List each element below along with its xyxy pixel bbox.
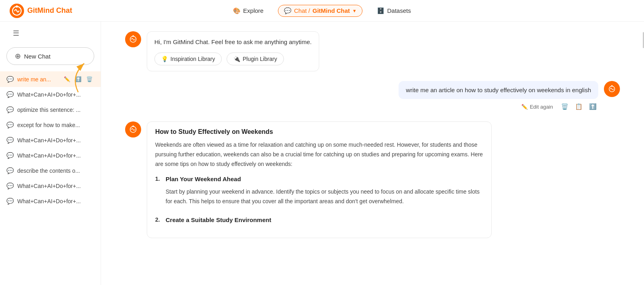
list-item[interactable]: 💬 What+Can+AI+Do+for+... [0, 87, 101, 102]
explore-icon: 🎨 [233, 7, 241, 14]
chat-bubble-icon: 💬 [6, 91, 14, 98]
chat-bubble-icon: 💬 [6, 106, 14, 113]
bot-greeting-bubble: Hi, I'm GitMind Chat. Feel free to ask m… [147, 31, 319, 71]
inspiration-library-label: Inspiration Library [170, 56, 215, 62]
user-message-row: write me an article on how to study effe… [125, 81, 620, 112]
plus-icon: ⊕ [15, 52, 21, 61]
section-number: 1. [155, 174, 162, 212]
chat-bubble-icon: 💬 [6, 152, 14, 159]
sidebar-item-text: What+Can+AI+Do+for+... [17, 152, 94, 159]
bulb-icon: 💡 [161, 56, 168, 62]
section-body-1: Start by planning your weekend in advanc… [166, 187, 483, 206]
app-header: GitMind Chat 🎨 Explore 💬 Chat / GitMind … [0, 0, 644, 22]
chat-bubble-icon: 💬 [6, 76, 14, 83]
chat-icon: 💬 [284, 7, 292, 14]
edit-item-button[interactable]: ✏️ [62, 75, 72, 83]
edit-again-label: Edit again [530, 104, 553, 110]
edit-again-button[interactable]: ✏️ Edit again [518, 102, 556, 111]
new-chat-button[interactable]: ⊕ New Chat [6, 47, 94, 65]
user-message-bubble: write me an article on how to study effe… [399, 81, 598, 99]
chat-bubble-icon: 💬 [6, 182, 14, 190]
sidebar-item-text: optimize this sentence: ... [17, 107, 94, 113]
library-buttons: 💡 Inspiration Library 🔌 Plugin Library [154, 53, 312, 65]
plugin-library-button[interactable]: 🔌 Plugin Library [227, 53, 284, 65]
pencil-icon: ✏️ [521, 104, 528, 110]
response-title: How to Study Effectively on Weekends [155, 128, 483, 135]
chat-sub-label: GitMind Chat [312, 7, 350, 14]
response-section-1: 1. Plan Your Weekend Ahead Start by plan… [155, 174, 483, 212]
chat-bubble-icon: 💬 [6, 167, 14, 174]
sidebar-item-actions: ✏️ ⬆️ 🗑️ [62, 75, 94, 83]
user-avatar [604, 81, 620, 97]
list-item[interactable]: 💬 What+Can+AI+Do+for+... [0, 194, 101, 209]
chevron-down-icon: ▼ [352, 8, 357, 13]
copy-message-icon[interactable]: 📋 [573, 101, 584, 112]
section-heading-2: Create a Suitable Study Environment [166, 215, 271, 225]
response-intro: Weekends are often viewed as a time for … [155, 140, 483, 169]
svg-point-12 [132, 125, 134, 127]
delete-message-icon[interactable]: 🗑️ [559, 101, 570, 112]
list-item[interactable]: 💬 optimize this sentence: ... [0, 102, 101, 117]
share-message-icon[interactable]: ⬆️ [587, 101, 598, 112]
delete-item-button[interactable]: 🗑️ [85, 75, 94, 83]
list-item[interactable]: 💬 What+Can+AI+Do+for+... [0, 178, 101, 194]
section-number: 2. [155, 215, 162, 228]
bot-response-row: How to Study Effectively on Weekends Wee… [125, 121, 620, 238]
sidebar: ☰ ⊕ New Chat 💬 write me an... ✏️ ⬆️ 🗑️ [0, 22, 101, 285]
response-bubble: How to Study Effectively on Weekends Wee… [147, 121, 492, 238]
nav-datasets[interactable]: 🗄️ Datasets [372, 5, 415, 17]
chat-area: Hi, I'm GitMind Chat. Feel free to ask m… [101, 22, 644, 285]
sidebar-item-text: What+Can+AI+Do+for+... [17, 137, 94, 144]
bot-avatar [125, 31, 141, 47]
sidebar-item-text: What+Can+AI+Do+for+... [17, 198, 94, 204]
header-nav: 🎨 Explore 💬 Chat / GitMind Chat ▼ 🗄️ Dat… [106, 5, 538, 17]
svg-point-9 [611, 85, 613, 87]
list-item[interactable]: 💬 except for how to make... [0, 117, 101, 133]
sidebar-item-text: write me an... [17, 76, 59, 83]
chat-bubble-icon: 💬 [6, 121, 14, 129]
bot-avatar-response [125, 121, 141, 137]
sidebar-item-text: describe the contents o... [17, 168, 94, 174]
list-item[interactable]: 💬 What+Can+AI+Do+for+... [0, 148, 101, 163]
new-chat-label: New Chat [24, 53, 51, 60]
plugin-library-label: Plugin Library [243, 56, 277, 62]
datasets-icon: 🗄️ [377, 7, 385, 14]
user-bubble-actions: ✏️ Edit again 🗑️ 📋 ⬆️ [518, 101, 598, 112]
svg-point-2 [16, 5, 18, 7]
sidebar-item-text: What+Can+AI+Do+for+... [17, 91, 94, 98]
sidebar-toggle[interactable]: ☰ [6, 26, 26, 41]
chat-bubble-icon: 💬 [6, 137, 14, 144]
user-bubble-wrapper: write me an article on how to study effe… [399, 81, 598, 112]
response-section-2: 2. Create a Suitable Study Environment [155, 215, 483, 228]
bot-greeting-row: Hi, I'm GitMind Chat. Feel free to ask m… [125, 31, 620, 71]
chat-messages: Hi, I'm GitMind Chat. Feel free to ask m… [101, 22, 644, 285]
chat-bubble-icon: 💬 [6, 198, 14, 205]
sidebar-item-text: What+Can+AI+Do+for+... [17, 183, 94, 189]
logo-icon [10, 4, 24, 18]
list-item[interactable]: 💬 describe the contents o... [0, 163, 101, 178]
plugin-icon: 🔌 [233, 56, 240, 62]
user-message-text: write me an article on how to study effe… [406, 87, 591, 93]
sidebar-item-active[interactable]: 💬 write me an... ✏️ ⬆️ 🗑️ [0, 71, 101, 87]
inspiration-library-button[interactable]: 💡 Inspiration Library [154, 53, 222, 65]
sidebar-item-text: except for how to make... [17, 122, 94, 128]
svg-point-6 [132, 35, 134, 37]
bot-greeting-text: Hi, I'm GitMind Chat. Feel free to ask m… [154, 37, 312, 47]
logo-text: GitMind Chat [27, 6, 72, 15]
nav-chat[interactable]: 💬 Chat / GitMind Chat ▼ [278, 5, 363, 17]
main-layout: ☰ ⊕ New Chat 💬 write me an... ✏️ ⬆️ 🗑️ [0, 22, 644, 285]
list-item[interactable]: 💬 What+Can+AI+Do+for+... [0, 133, 101, 148]
chat-list: 💬 write me an... ✏️ ⬆️ 🗑️ [0, 70, 101, 285]
logo-area: GitMind Chat [10, 4, 106, 18]
section-heading-1: Plan Your Weekend Ahead [166, 174, 483, 184]
export-item-button[interactable]: ⬆️ [73, 75, 83, 83]
nav-explore[interactable]: 🎨 Explore [228, 5, 268, 17]
